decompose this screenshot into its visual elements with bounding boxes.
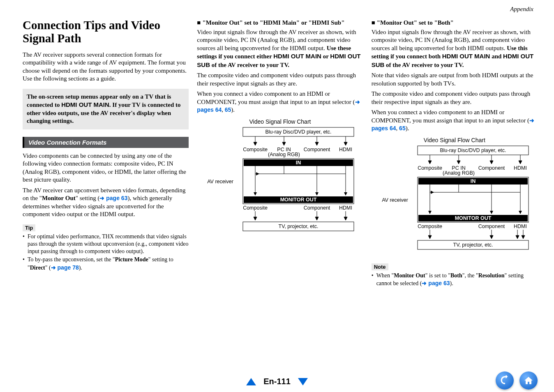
svg-marker-34 [254,217,257,220]
col2-p3: When you connect a video component to an… [197,90,363,114]
col2-p1: Video input signals flow through the AV … [197,28,363,69]
page-footer: En-111 [0,377,554,386]
svg-text:Blu-ray Disc/DVD player, etc.: Blu-ray Disc/DVD player, etc. [440,148,506,153]
col2-p2: The composite video and component video … [197,71,363,88]
svg-text:HDMI: HDMI [339,205,353,211]
svg-marker-38 [344,217,347,220]
flow-chart-title-b: Video Signal Flow Chart [372,137,538,143]
note-item: When "Monitor Out" is set to "Both", the… [372,272,538,287]
flow-chart-b: Blu-ray Disc/DVD player, etc. Composite … [372,145,538,260]
svg-marker-7 [315,142,319,145]
svg-text:Composite: Composite [243,205,268,211]
page-down-button[interactable] [298,378,308,385]
note-list: When "Monitor Out" is set to "Both", the… [372,272,538,287]
svg-text:Composite: Composite [243,147,268,152]
link-page-63[interactable]: ➜ page 63 [99,195,127,201]
tip-badge: Tip [23,224,35,231]
svg-text:Component: Component [304,147,330,152]
column-1: Connection Tips and Video Signal Path Th… [23,19,189,288]
svg-text:Component: Component [304,205,330,211]
osd-callout: The on-screen setup menus appear only on… [23,89,189,129]
svg-marker-75 [428,235,432,239]
svg-marker-5 [282,142,286,145]
link-page-78[interactable]: ➜ page 78 [51,264,79,271]
home-button[interactable] [519,371,538,390]
svg-text:MONITOR OUT: MONITOR OUT [455,215,491,221]
note-badge: Note [372,263,388,270]
square-bullet-icon: ■ [197,19,201,27]
svg-text:IN: IN [471,178,476,184]
square-bullet-icon: ■ [372,19,375,27]
svg-marker-36 [315,217,319,220]
svg-text:AV receiver: AV receiver [208,179,234,184]
svg-marker-81 [522,235,525,239]
svg-text:HDMI: HDMI [339,147,353,152]
formats-paragraph: Video components can be connected by usi… [23,152,189,184]
col3-p1g: Note that video signals are output from … [372,71,538,88]
flow-chart-a: Blu-ray Disc/DVD player, etc. Composite … [197,127,363,242]
svg-marker-79 [516,235,519,239]
link-page-63-text: page 63 [106,195,127,201]
link-page-63-note[interactable]: ➜ page 63 [422,280,450,286]
tip-list: For optimal video performance, THX recom… [23,233,189,272]
svg-text:MONITOR OUT: MONITOR OUT [280,197,317,203]
svg-text:Composite: Composite [418,165,442,171]
page-number: En-111 [263,377,291,386]
back-button[interactable] [496,371,514,390]
svg-text:HDMI: HDMI [514,224,527,229]
svg-marker-48 [490,161,493,164]
flow-chart-title-a: Video Signal Flow Chart [197,118,363,125]
column-3: ■ "Monitor Out" set to "Both" Video inpu… [372,19,538,288]
p3b-monitor-out: Monitor Out [42,195,76,201]
svg-text:(Analog RGB): (Analog RGB) [443,170,475,176]
page-title: Connection Tips and Video Signal Path [23,19,189,45]
section-bar-video-formats: Video Connection Formats [23,137,189,148]
link-page-65-b[interactable]: 65 [399,125,406,131]
svg-text:TV, projector, etc.: TV, projector, etc. [453,242,493,248]
col3-heading-text: "Monitor Out" set to "Both" [377,19,454,27]
svg-text:Component: Component [478,224,505,229]
appendix-label: Appendix [510,6,533,13]
svg-text:HDMI: HDMI [514,165,527,171]
svg-text:AV receiver: AV receiver [382,197,408,203]
column-2: ■ "Monitor Out" set to "HDMI Main" or "H… [197,19,363,288]
svg-marker-44 [428,161,432,164]
col3-p2: The composite video and component video … [372,90,538,106]
svg-marker-9 [344,142,347,145]
svg-text:Blu-ray Disc/DVD player, etc.: Blu-ray Disc/DVD player, etc. [265,129,332,135]
p3c: " setting ( [76,195,100,201]
svg-marker-50 [519,161,522,164]
intro-paragraph: The AV receiver supports several connect… [23,51,189,83]
callout-hdmi-main: HDMI OUT MAIN [61,101,109,108]
link-page-65-a[interactable]: 65 [225,106,231,113]
svg-text:Composite: Composite [418,224,442,229]
tip-item-1: For optimal video performance, THX recom… [23,233,189,256]
svg-marker-46 [457,161,460,164]
page-up-button[interactable] [246,378,256,385]
svg-text:TV, projector, etc.: TV, projector, etc. [279,224,319,229]
col3-p1: Video input signals flow through the AV … [372,28,538,69]
col2-heading-text: "Monitor Out" set to "HDMI Main" or "HDM… [202,19,344,27]
col3-p3: When you connect a video component to an… [372,108,538,133]
svg-marker-3 [254,142,257,145]
upconvert-paragraph: The AV receiver can upconvert between vi… [23,187,189,219]
svg-text:(Analog RGB): (Analog RGB) [268,152,300,157]
col3-heading: ■ "Monitor Out" set to "Both" [372,19,538,27]
svg-text:Component: Component [478,165,505,171]
tip-item-2: To by-pass the upconversion, set the "Pi… [23,256,189,271]
col2-heading: ■ "Monitor Out" set to "HDMI Main" or "H… [197,19,363,27]
svg-text:IN: IN [296,160,301,166]
svg-marker-77 [490,235,493,239]
